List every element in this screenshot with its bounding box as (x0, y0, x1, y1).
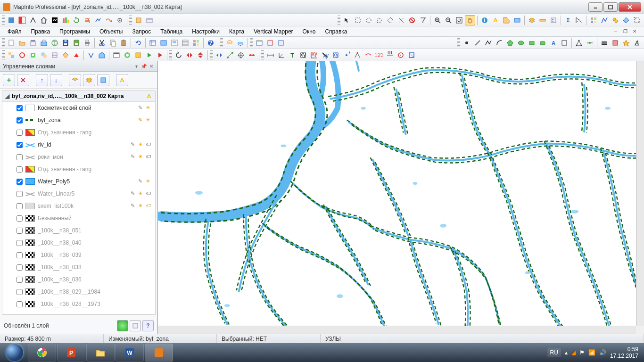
arrow-icon[interactable] (342, 15, 352, 25)
layer-visibility-checkbox[interactable] (17, 277, 23, 283)
round-rect-icon[interactable] (537, 38, 548, 48)
layer-list[interactable]: ◢ byf_zona,riv_id,…,_100k__n38_002 Карта… (2, 90, 156, 315)
sun-icon[interactable]: ☀ (146, 178, 152, 185)
new-icon[interactable] (6, 38, 17, 48)
tool-icon[interactable]: xy (309, 50, 319, 60)
tool-icon[interactable] (599, 15, 610, 25)
sun-icon[interactable]: ☀ (138, 190, 145, 197)
tool-icon[interactable] (17, 50, 27, 60)
tool-icon[interactable] (39, 50, 49, 60)
new-table-icon[interactable] (148, 38, 158, 48)
layer-props-button[interactable] (83, 74, 95, 86)
tag-icon[interactable]: 🏷 (146, 190, 152, 197)
pen-icon[interactable]: ✎ (131, 190, 137, 197)
select-circle-icon[interactable] (363, 15, 374, 25)
settings-icon[interactable] (115, 15, 125, 25)
flip-v-icon[interactable] (195, 50, 206, 60)
symbol-style-icon[interactable] (621, 38, 631, 48)
layer-visibility-checkbox[interactable] (17, 289, 23, 295)
layer-visibility-checkbox[interactable] (17, 240, 23, 246)
clip-icon[interactable] (632, 15, 642, 25)
options-button[interactable] (130, 320, 141, 331)
language-indicator[interactable]: RU (547, 348, 561, 357)
mdi-close-icon[interactable]: ✕ (631, 28, 638, 35)
layer-row[interactable]: Косметический слой✎☀ (2, 102, 155, 114)
layer-visibility-checkbox[interactable] (17, 166, 23, 173)
tool-icon[interactable] (418, 15, 428, 25)
tool-icon[interactable] (352, 50, 363, 60)
add-layer-button[interactable]: + (3, 74, 15, 86)
tool-icon[interactable]: xy (320, 50, 330, 60)
tray-action-icon[interactable]: ⚑ (579, 349, 585, 356)
add-node-icon[interactable] (585, 38, 595, 48)
save-ws-icon[interactable] (71, 38, 82, 48)
layer-visibility-checkbox[interactable] (17, 301, 23, 307)
open-icon[interactable] (17, 38, 27, 48)
remove-layer-button[interactable]: ✕ (17, 74, 29, 86)
tool-icon[interactable] (71, 50, 82, 60)
tool-icon[interactable] (60, 50, 71, 60)
tool-icon[interactable] (144, 15, 155, 25)
tray-clock[interactable]: 0:59 17.12.2017 (610, 346, 638, 360)
reshape-icon[interactable] (574, 38, 584, 48)
pen-icon[interactable]: ✎ (138, 105, 145, 111)
tool-icon[interactable] (82, 15, 92, 25)
move-up-button[interactable]: ↑ (36, 74, 48, 86)
snap-icon[interactable] (236, 50, 246, 60)
layer-visibility-checkbox[interactable] (17, 191, 23, 197)
paste-icon[interactable] (118, 38, 129, 48)
tool-icon[interactable] (122, 50, 132, 60)
select-rect-icon[interactable] (353, 15, 363, 25)
sun-icon[interactable]: ☀ (138, 154, 145, 160)
toolbar-grip[interactable] (169, 50, 172, 60)
label-icon[interactable] (501, 15, 512, 25)
layer-row[interactable]: sxem_list100k✎☀🏷 (2, 200, 155, 212)
tray-avast-icon[interactable]: ◢ (571, 349, 576, 356)
toolbar-grip[interactable] (338, 16, 340, 25)
tool-icon[interactable] (276, 38, 286, 48)
ruler-icon[interactable] (537, 15, 548, 25)
angle-icon[interactable] (276, 50, 287, 60)
toolbar-grip[interactable] (457, 38, 460, 48)
tool-icon[interactable] (50, 50, 60, 60)
tag-icon[interactable]: 🏷 (146, 141, 152, 148)
tray-volume-icon[interactable]: 🔊 (599, 349, 606, 356)
tool-icon[interactable] (396, 50, 406, 60)
pin-icon[interactable]: 📌 (140, 63, 147, 70)
toolbar-grip[interactable] (261, 50, 264, 60)
tool-icon[interactable] (6, 50, 17, 60)
symbol-icon[interactable] (462, 38, 472, 48)
layer-row[interactable]: Water_Poly5✎☀ (2, 175, 155, 188)
dist-icon[interactable] (265, 50, 276, 60)
pen-icon[interactable]: ✎ (131, 141, 137, 148)
tool-icon[interactable] (28, 15, 38, 25)
tool-icon[interactable] (50, 38, 60, 48)
run-icon[interactable] (155, 50, 165, 60)
tool-icon[interactable] (396, 15, 406, 25)
refresh-button[interactable] (117, 320, 128, 331)
pen-icon[interactable]: ✎ (138, 117, 145, 123)
mdi-minimize-icon[interactable]: – (612, 28, 619, 35)
tool-icon[interactable] (224, 38, 235, 48)
scrollbar-vertical[interactable] (636, 61, 644, 326)
menu-map[interactable]: Карта (224, 27, 249, 36)
undo-icon[interactable] (133, 38, 143, 48)
tool-icon[interactable]: xy (330, 50, 341, 60)
tool-icon[interactable] (265, 38, 275, 48)
task-chrome[interactable] (28, 344, 56, 362)
ellipse-icon[interactable] (516, 38, 526, 48)
tool-icon[interactable] (28, 50, 38, 60)
text-style-icon[interactable]: A (632, 38, 642, 48)
menu-file[interactable]: Файл (3, 27, 26, 36)
tool-icon[interactable] (28, 38, 38, 48)
tool-icon[interactable] (39, 38, 49, 48)
menu-vertical-mapper[interactable]: Vertical Mapper (249, 27, 297, 36)
layer-row[interactable]: _100k__n38_051 (2, 224, 155, 237)
move-down-button[interactable]: ↓ (50, 74, 62, 86)
mdi-restore-icon[interactable]: ❐ (621, 28, 629, 35)
scrollbar-horizontal[interactable] (158, 326, 636, 334)
new-layout-icon[interactable] (169, 38, 180, 48)
tool-icon[interactable] (97, 50, 107, 60)
menu-window[interactable]: Окно (298, 27, 321, 36)
help-icon[interactable]: ? (206, 38, 216, 48)
